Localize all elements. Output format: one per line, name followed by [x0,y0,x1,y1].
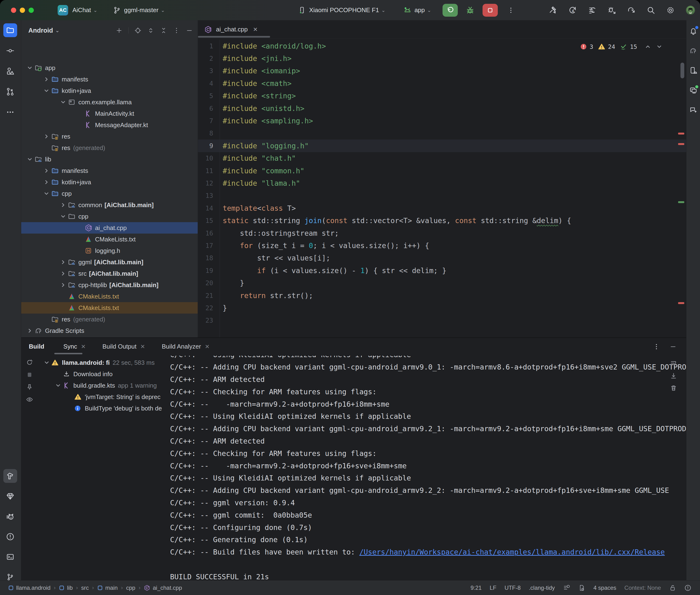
next-problem-chevron-icon[interactable] [656,44,662,50]
project-selector[interactable]: AiChat [73,6,91,14]
tree-item-llama-android-fi[interactable]: llama.android: fi22 sec, 583 ms [38,357,171,368]
editor-tab[interactable]: ai_chat.cpp [216,26,248,33]
close-window-button[interactable] [11,8,16,13]
stop-button[interactable] [482,4,498,17]
close-tab-icon[interactable]: ✕ [81,343,86,350]
error-stripe-mark[interactable] [678,133,684,135]
tree-item-cpp[interactable]: cpp [21,211,198,222]
code-line-17[interactable]: 17 for (size_t i = 0; i < values.size();… [198,239,686,252]
caret-position[interactable]: 9:21 [470,585,482,591]
code-line-15[interactable]: 15static std::string join(const std::vec… [198,214,686,227]
tree-item-res[interactable]: res(generated) [21,314,198,325]
stop-build-icon[interactable] [26,371,33,378]
breadcrumb-item-main[interactable]: main [97,585,118,591]
tree-item-cmakelists-txt[interactable]: CMakeLists.txt [21,291,198,302]
breadcrumb-item-src[interactable]: src [81,585,89,591]
minimize-window-button[interactable] [20,8,25,13]
chevron-down-icon[interactable] [58,213,68,220]
tool-stripe-more-tool-windows[interactable] [3,105,17,119]
tree-item-lib[interactable]: lib [21,153,198,165]
filter-icon[interactable] [26,396,33,403]
tree-item-cpp[interactable]: cpp [21,188,198,199]
profiler-button[interactable] [588,6,597,15]
tree-item-res[interactable]: res [21,131,198,142]
tool-stripe-device-manager[interactable] [687,64,700,77]
hide-icon[interactable] [186,27,193,34]
code-line-8[interactable]: 8 [198,127,686,140]
build-tab-sync[interactable]: Sync✕ [63,343,86,350]
rerun-button[interactable] [443,4,458,17]
tree-item-src[interactable]: src[AiChat.lib.main] [21,268,198,279]
tree-item-cpp-httplib[interactable]: cpp-httplib[AiChat.lib.main] [21,279,198,291]
maximize-window-button[interactable] [29,8,34,13]
indent-config-icon[interactable] [578,584,585,591]
expand-all-icon[interactable] [147,27,155,34]
chevron-down-icon[interactable] [42,191,51,197]
tool-stripe-project[interactable] [3,23,17,37]
breadcrumb-item-ai-chat-cpp[interactable]: Cai_chat.cpp [144,585,182,591]
change-stripe-mark[interactable] [678,201,684,203]
tree-item-common[interactable]: common[AiChat.lib.main] [21,199,198,211]
chevron-right-icon[interactable] [25,328,34,334]
inspection-profile-icon[interactable] [563,584,570,591]
clang-tidy[interactable]: .clang-tidy [529,585,555,591]
editor-scrollbar-thumb[interactable] [680,63,684,78]
tool-stripe-gemini[interactable] [687,104,700,116]
add-icon[interactable] [115,27,123,34]
code-line-6[interactable]: 6#include <unistd.h> [198,102,686,115]
tree-item-res[interactable]: res(generated) [21,142,198,153]
tool-stripe-build[interactable] [3,469,17,483]
tree-item-kotlin-java[interactable]: kotlin+java [21,85,198,96]
tree-item-jvmtarget-string-is-deprec[interactable]: 'jvmTarget: String' is deprec [38,391,171,403]
breadcrumb-item-llama-android[interactable]: llama.android [8,585,51,591]
chevron-down-icon[interactable] [25,156,34,162]
tool-stripe-terminal[interactable] [3,550,17,564]
close-tab-icon[interactable]: ✕ [253,26,258,33]
error-status-icon[interactable] [684,584,692,591]
chevron-down-icon[interactable] [58,99,68,105]
tree-item-com-example-llama[interactable]: com.example.llama [21,96,198,108]
tree-item-download-info[interactable]: Download info [38,368,171,380]
code-line-22[interactable]: 22} [198,302,686,314]
chevron-right-icon[interactable] [42,76,51,82]
chevron-right-icon[interactable] [58,271,68,277]
tree-item-mainactivity-kt[interactable]: MainActivity.kt [21,108,198,119]
rerun-build-icon[interactable] [26,359,33,366]
inspections-widget[interactable]: 3 24 15 [580,43,662,50]
code-line-21[interactable]: 21 return str.str(); [198,289,686,302]
apply-changes-button[interactable]: A [568,6,577,15]
close-tab-icon[interactable]: ✕ [140,343,145,350]
tree-item-ai-chat-cpp[interactable]: Cai_chat.cpp [21,222,198,233]
chevron-right-icon[interactable] [58,202,68,208]
tree-item-kotlin-java[interactable]: kotlin+java [21,176,198,188]
chevron-down-icon[interactable] [42,88,51,94]
readonly-toggle-icon[interactable] [669,584,676,591]
chevron-right-icon[interactable] [42,168,51,174]
error-stripe-mark[interactable] [678,302,684,304]
code-line-5[interactable]: 5#include <string> [198,90,686,102]
tree-item-cmakelists-txt[interactable]: CMakeLists.txt [21,233,198,245]
run-more-kebab-icon[interactable] [507,7,514,14]
breadcrumb-item-cpp[interactable]: cpp [126,585,135,591]
code-line-7[interactable]: 7#include <sampling.h> [198,115,686,127]
tool-stripe-logcat[interactable] [3,510,17,523]
tool-stripe-vcs[interactable] [3,85,17,98]
error-stripe-mark[interactable] [678,143,684,145]
tool-stripe-problems[interactable] [3,530,17,544]
tool-stripe-app-quality-insights[interactable] [3,489,17,503]
tree-item-buildtype-debug-is-both-de[interactable]: BuildType 'debug' is both de [38,403,171,414]
tool-stripe-commit[interactable] [3,44,17,58]
search-everywhere-button[interactable] [647,6,655,15]
collapse-all-icon[interactable] [160,27,167,34]
build-tab-build-output[interactable]: Build Output✕ [103,343,145,350]
code-line-14[interactable]: 14template<class T> [198,202,686,214]
chevron-down-icon[interactable] [25,65,34,71]
chevron-down-icon[interactable] [42,360,52,366]
hide-build-panel-icon[interactable] [670,343,677,350]
branch-selector[interactable]: ggml-master [124,6,159,14]
close-tab-icon[interactable]: ✕ [205,343,209,350]
encoding[interactable]: UTF-8 [504,585,521,591]
tool-stripe-gradle[interactable] [687,44,700,57]
build-console[interactable]: C/C++: -- Using KleidiAI optimized kerne… [167,356,686,581]
tree-item-cmakelists-txt[interactable]: CMakeLists.txt [21,302,198,314]
